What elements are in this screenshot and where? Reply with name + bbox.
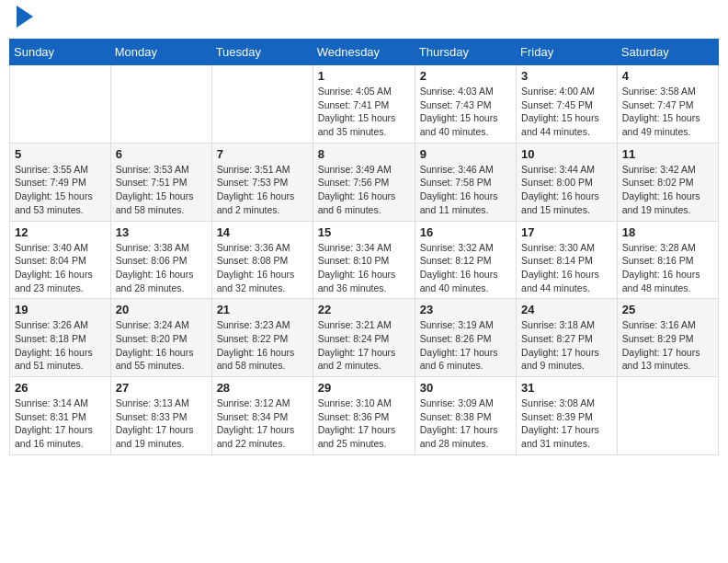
day-info: Sunrise: 3:46 AM Sunset: 7:58 PM Dayligh… <box>420 163 511 217</box>
calendar-cell: 18Sunrise: 3:28 AM Sunset: 8:16 PM Dayli… <box>617 221 718 299</box>
day-number: 31 <box>521 381 612 395</box>
day-info: Sunrise: 3:26 AM Sunset: 8:18 PM Dayligh… <box>15 318 106 373</box>
calendar-cell: 17Sunrise: 3:30 AM Sunset: 8:14 PM Dayli… <box>517 221 618 299</box>
day-number: 4 <box>622 69 713 83</box>
day-number: 7 <box>217 147 308 161</box>
day-number: 1 <box>318 69 410 83</box>
calendar-cell: 20Sunrise: 3:24 AM Sunset: 8:20 PM Dayli… <box>110 299 211 377</box>
day-number: 17 <box>521 225 612 239</box>
day-info: Sunrise: 3:32 AM Sunset: 8:12 PM Dayligh… <box>420 241 511 295</box>
day-info: Sunrise: 3:14 AM Sunset: 8:31 PM Dayligh… <box>15 396 106 451</box>
day-number: 12 <box>15 225 106 239</box>
calendar-cell: 12Sunrise: 3:40 AM Sunset: 8:04 PM Dayli… <box>10 221 111 299</box>
calendar-cell: 16Sunrise: 3:32 AM Sunset: 8:12 PM Dayli… <box>415 221 516 299</box>
day-number: 28 <box>217 381 308 395</box>
page-header <box>9 9 719 29</box>
calendar-cell <box>10 65 111 144</box>
day-info: Sunrise: 3:30 AM Sunset: 8:14 PM Dayligh… <box>521 241 612 295</box>
weekday-header-monday: Monday <box>110 40 211 65</box>
day-info: Sunrise: 3:21 AM Sunset: 8:24 PM Dayligh… <box>318 318 410 373</box>
day-info: Sunrise: 3:53 AM Sunset: 7:51 PM Dayligh… <box>116 163 207 217</box>
calendar-cell: 25Sunrise: 3:16 AM Sunset: 8:29 PM Dayli… <box>617 299 718 377</box>
calendar-cell: 26Sunrise: 3:14 AM Sunset: 8:31 PM Dayli… <box>10 377 111 455</box>
calendar-cell: 1Sunrise: 4:05 AM Sunset: 7:41 PM Daylig… <box>313 65 415 144</box>
day-info: Sunrise: 3:40 AM Sunset: 8:04 PM Dayligh… <box>15 241 106 295</box>
calendar-cell: 30Sunrise: 3:09 AM Sunset: 8:38 PM Dayli… <box>415 377 516 455</box>
calendar-cell: 3Sunrise: 4:00 AM Sunset: 7:45 PM Daylig… <box>517 65 618 144</box>
calendar-cell <box>617 377 718 455</box>
calendar-cell: 8Sunrise: 3:49 AM Sunset: 7:56 PM Daylig… <box>313 143 415 221</box>
day-number: 27 <box>116 381 207 395</box>
day-info: Sunrise: 3:36 AM Sunset: 8:08 PM Dayligh… <box>217 241 308 295</box>
calendar-cell <box>211 65 313 144</box>
day-number: 6 <box>116 147 207 161</box>
calendar-cell: 11Sunrise: 3:42 AM Sunset: 8:02 PM Dayli… <box>617 143 718 221</box>
day-number: 13 <box>116 225 207 239</box>
day-info: Sunrise: 3:49 AM Sunset: 7:56 PM Dayligh… <box>318 163 410 217</box>
calendar-cell <box>110 65 211 144</box>
day-info: Sunrise: 3:23 AM Sunset: 8:22 PM Dayligh… <box>217 318 308 373</box>
day-number: 22 <box>318 303 410 316</box>
day-number: 16 <box>420 225 511 239</box>
day-number: 14 <box>217 225 308 239</box>
calendar-cell: 10Sunrise: 3:44 AM Sunset: 8:00 PM Dayli… <box>517 143 618 221</box>
day-info: Sunrise: 3:10 AM Sunset: 8:36 PM Dayligh… <box>318 396 410 451</box>
day-number: 29 <box>318 381 410 395</box>
day-number: 2 <box>420 69 511 83</box>
day-number: 25 <box>622 303 713 316</box>
day-info: Sunrise: 4:05 AM Sunset: 7:41 PM Dayligh… <box>318 85 410 139</box>
calendar-cell: 2Sunrise: 4:03 AM Sunset: 7:43 PM Daylig… <box>415 65 516 144</box>
weekday-header-row: SundayMondayTuesdayWednesdayThursdayFrid… <box>10 40 719 65</box>
calendar-cell: 21Sunrise: 3:23 AM Sunset: 8:22 PM Dayli… <box>211 299 313 377</box>
calendar-week-3: 12Sunrise: 3:40 AM Sunset: 8:04 PM Dayli… <box>10 221 719 299</box>
calendar-cell: 23Sunrise: 3:19 AM Sunset: 8:26 PM Dayli… <box>415 299 516 377</box>
calendar-week-5: 26Sunrise: 3:14 AM Sunset: 8:31 PM Dayli… <box>10 377 719 455</box>
calendar-cell: 13Sunrise: 3:38 AM Sunset: 8:06 PM Dayli… <box>110 221 211 299</box>
day-info: Sunrise: 3:38 AM Sunset: 8:06 PM Dayligh… <box>116 241 207 295</box>
weekday-header-wednesday: Wednesday <box>313 40 415 65</box>
day-info: Sunrise: 3:09 AM Sunset: 8:38 PM Dayligh… <box>420 396 511 451</box>
day-info: Sunrise: 3:13 AM Sunset: 8:33 PM Dayligh… <box>116 396 207 451</box>
weekday-header-friday: Friday <box>517 40 618 65</box>
calendar-week-2: 5Sunrise: 3:55 AM Sunset: 7:49 PM Daylig… <box>10 143 719 221</box>
day-number: 24 <box>521 303 612 316</box>
calendar-cell: 7Sunrise: 3:51 AM Sunset: 7:53 PM Daylig… <box>211 143 313 221</box>
calendar-cell: 9Sunrise: 3:46 AM Sunset: 7:58 PM Daylig… <box>415 143 516 221</box>
weekday-header-saturday: Saturday <box>617 40 718 65</box>
day-number: 21 <box>217 303 308 316</box>
calendar-cell: 14Sunrise: 3:36 AM Sunset: 8:08 PM Dayli… <box>211 221 313 299</box>
calendar-cell: 4Sunrise: 3:58 AM Sunset: 7:47 PM Daylig… <box>617 65 718 144</box>
calendar-cell: 6Sunrise: 3:53 AM Sunset: 7:51 PM Daylig… <box>110 143 211 221</box>
day-number: 3 <box>521 69 612 83</box>
calendar-week-1: 1Sunrise: 4:05 AM Sunset: 7:41 PM Daylig… <box>10 65 719 144</box>
day-info: Sunrise: 3:19 AM Sunset: 8:26 PM Dayligh… <box>420 318 511 373</box>
day-info: Sunrise: 3:28 AM Sunset: 8:16 PM Dayligh… <box>622 241 713 295</box>
day-info: Sunrise: 3:18 AM Sunset: 8:27 PM Dayligh… <box>521 318 612 373</box>
day-info: Sunrise: 3:16 AM Sunset: 8:29 PM Dayligh… <box>622 318 713 373</box>
calendar-cell: 15Sunrise: 3:34 AM Sunset: 8:10 PM Dayli… <box>313 221 415 299</box>
calendar-cell: 19Sunrise: 3:26 AM Sunset: 8:18 PM Dayli… <box>10 299 111 377</box>
weekday-header-thursday: Thursday <box>415 40 516 65</box>
calendar-cell: 27Sunrise: 3:13 AM Sunset: 8:33 PM Dayli… <box>110 377 211 455</box>
day-number: 18 <box>622 225 713 239</box>
day-number: 11 <box>622 147 713 161</box>
day-number: 15 <box>318 225 410 239</box>
day-info: Sunrise: 3:24 AM Sunset: 8:20 PM Dayligh… <box>116 318 207 373</box>
calendar-week-4: 19Sunrise: 3:26 AM Sunset: 8:18 PM Dayli… <box>10 299 719 377</box>
day-info: Sunrise: 3:08 AM Sunset: 8:39 PM Dayligh… <box>521 396 612 451</box>
calendar-cell: 28Sunrise: 3:12 AM Sunset: 8:34 PM Dayli… <box>211 377 313 455</box>
calendar-cell: 24Sunrise: 3:18 AM Sunset: 8:27 PM Dayli… <box>517 299 618 377</box>
weekday-header-tuesday: Tuesday <box>211 40 313 65</box>
day-info: Sunrise: 3:55 AM Sunset: 7:49 PM Dayligh… <box>15 163 106 217</box>
calendar-cell: 29Sunrise: 3:10 AM Sunset: 8:36 PM Dayli… <box>313 377 415 455</box>
day-info: Sunrise: 3:42 AM Sunset: 8:02 PM Dayligh… <box>622 163 713 217</box>
day-number: 20 <box>116 303 207 316</box>
day-number: 5 <box>15 147 106 161</box>
day-info: Sunrise: 3:34 AM Sunset: 8:10 PM Dayligh… <box>318 241 410 295</box>
calendar: SundayMondayTuesdayWednesdayThursdayFrid… <box>9 39 719 455</box>
logo-arrow-icon <box>17 6 33 28</box>
day-info: Sunrise: 4:00 AM Sunset: 7:45 PM Dayligh… <box>521 85 612 139</box>
day-info: Sunrise: 3:12 AM Sunset: 8:34 PM Dayligh… <box>217 396 308 451</box>
calendar-cell: 31Sunrise: 3:08 AM Sunset: 8:39 PM Dayli… <box>517 377 618 455</box>
logo <box>14 9 33 29</box>
